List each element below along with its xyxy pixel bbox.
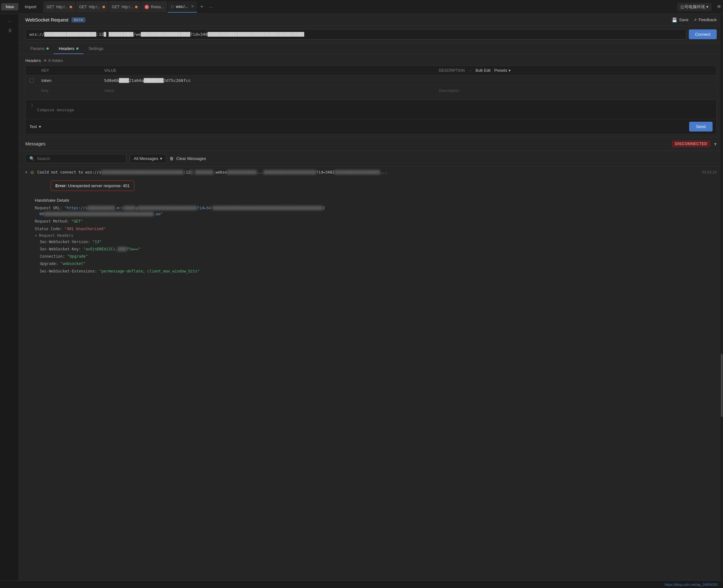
tab-url-label: http:/... xyxy=(56,5,68,9)
compose-message-input[interactable] xyxy=(37,102,716,116)
filter-button[interactable]: All Messages ▾ xyxy=(130,154,166,163)
connect-button[interactable]: Connect xyxy=(689,29,717,39)
feedback-label: Feedback xyxy=(699,17,717,22)
composer-body: 1 xyxy=(26,100,716,119)
empty-value-cell[interactable]: Value xyxy=(100,86,435,96)
tab-status-dot xyxy=(69,6,72,8)
trash-icon: 🗑 xyxy=(169,156,173,161)
url-bar: Connect xyxy=(19,26,723,43)
tab-close-button[interactable]: ✕ xyxy=(191,4,194,8)
tab-get1[interactable]: GET http:/... xyxy=(43,1,75,13)
ws-extensions-value: "permessage-deflate; client_max_window_b… xyxy=(99,269,200,273)
status-code-label: Status Code: xyxy=(35,227,62,231)
th-more-button[interactable]: ··· xyxy=(469,68,472,73)
th-description: DESCRIPTION ··· Bulk Edit Presets ▾ xyxy=(435,66,716,76)
th-description-actions: DESCRIPTION ··· Bulk Edit Presets ▾ xyxy=(439,68,712,73)
presets-chevron-icon: ▾ xyxy=(509,68,511,73)
header-desc-cell[interactable] xyxy=(435,76,716,86)
request-tabs: Params Headers Settings xyxy=(19,43,723,55)
th-key: KEY xyxy=(38,66,100,76)
tab-method-label: GET xyxy=(79,5,87,9)
warning-icon: ⊙ xyxy=(30,170,34,175)
empty-checkbox-cell xyxy=(26,86,38,96)
filter-chevron-icon: ▾ xyxy=(160,156,162,161)
vertical-scrollbar[interactable] xyxy=(721,14,723,581)
scrollbar-thumb[interactable] xyxy=(721,354,723,417)
sidebar-more-button[interactable]: ··· xyxy=(7,19,11,23)
import-button[interactable]: Import xyxy=(20,3,41,10)
more-tabs-button[interactable]: ··· xyxy=(207,4,215,9)
tab-params-label: Params xyxy=(30,46,45,51)
messages-title: Messages xyxy=(25,141,45,146)
tab-status-dot xyxy=(102,6,105,8)
send-button[interactable]: Send xyxy=(689,122,712,131)
tab-headers[interactable]: Headers xyxy=(54,43,83,54)
tab-wss[interactable]: ⬡ wss:/... ✕ xyxy=(168,1,197,13)
row-checkbox-cell[interactable] xyxy=(26,76,38,86)
search-icon: 🔍 xyxy=(29,156,35,161)
page-title-area: WebSocket Request BETA xyxy=(25,17,85,22)
messages-header-right: DISCONNECTED ▾ xyxy=(672,140,717,147)
env-dropdown[interactable]: 公司电脑环境 ▾ xyxy=(677,3,711,11)
row-checkbox[interactable] xyxy=(29,78,34,83)
search-box: 🔍 xyxy=(25,154,126,163)
hidden-count-label: 6 hidden xyxy=(48,59,63,63)
request-url-row: Request URL: "https://s████████████.m:1█… xyxy=(35,205,717,217)
messages-section: Messages DISCONNECTED ▾ 🔍 All Messages ▾… xyxy=(19,137,723,588)
headers-section-label: Headers 👁 6 hidden xyxy=(25,58,717,63)
tab-get2[interactable]: GET http:/... xyxy=(76,1,108,13)
message-time: 03:43:14 xyxy=(702,170,717,174)
messages-toolbar: 🔍 All Messages ▾ 🗑 Clear Messages xyxy=(19,151,723,167)
tab-method-label: GET xyxy=(46,5,55,9)
th-value: VALUE xyxy=(100,66,435,76)
message-group: ▾ ⊙ Could not connect to wss://s████████… xyxy=(19,167,723,278)
connection-value: "Upgrade" xyxy=(67,254,88,258)
ws-key-row: Sec-WebSocket-Key: "avOjnD8Edi2Ci.████Tt… xyxy=(40,246,717,252)
tab-settings[interactable]: Settings xyxy=(83,43,108,54)
clear-messages-button[interactable]: 🗑 Clear Messages xyxy=(169,156,206,161)
header-value-cell[interactable]: 5d8e6b████21a64a████████2d75c268fcc xyxy=(100,76,435,86)
empty-desc-cell[interactable]: Description xyxy=(435,86,716,96)
ws-extensions-label: Sec-WebSocket-Extensions: xyxy=(40,269,97,273)
tab-params[interactable]: Params xyxy=(25,43,54,54)
message-expand-icon: ▾ xyxy=(25,170,27,174)
tab-bar: New Import GET http:/... GET http:/... G… xyxy=(0,0,723,14)
headers-table: KEY VALUE DESCRIPTION ··· Bulk Edit Pres… xyxy=(25,65,717,96)
request-url-value: "https://s████████████.m:1█████g████████… xyxy=(35,206,325,216)
message-header-row[interactable]: ▾ ⊙ Could not connect to wss://s████████… xyxy=(19,167,723,178)
line-number: 1 xyxy=(26,102,37,116)
tab-get3[interactable]: GET http:/... xyxy=(109,1,141,13)
eye-icon[interactable]: 👁 xyxy=(717,4,722,10)
feedback-button[interactable]: ↗ Feedback xyxy=(694,17,717,22)
save-button[interactable]: 💾 Save xyxy=(672,17,688,22)
tab-k-icon: K xyxy=(145,5,149,9)
request-headers-toggle[interactable]: ▾ Request Headers xyxy=(35,233,717,238)
request-method-label: Request Method: xyxy=(35,219,69,224)
tab-relea[interactable]: K Relea... xyxy=(141,1,167,13)
message-type-button[interactable]: Text ▾ xyxy=(29,124,41,129)
th-checkbox xyxy=(26,66,38,76)
message-composer: 1 Text ▾ Send xyxy=(25,100,717,134)
collapse-messages-button[interactable]: ▾ xyxy=(714,141,717,147)
header-key-cell[interactable]: token xyxy=(38,76,100,86)
content-area: WebSocket Request BETA 💾 Save ↗ Feedback… xyxy=(19,14,723,588)
ws-extensions-row: Sec-WebSocket-Extensions: "permessage-de… xyxy=(40,268,717,274)
search-input[interactable] xyxy=(37,156,122,161)
empty-key-cell[interactable]: Key xyxy=(38,86,100,96)
tab-ws-icon: ⬡ xyxy=(171,4,174,9)
clear-label: Clear Messages xyxy=(176,156,206,161)
request-headers-content: Sec-WebSocket-Version: "13" Sec-WebSocke… xyxy=(35,239,717,274)
status-url: https://blog.csdn.net/qq_24054301 xyxy=(664,583,718,586)
bulk-edit-button[interactable]: Bulk Edit xyxy=(476,68,491,73)
new-tab-button[interactable]: New xyxy=(1,3,18,10)
save-label: Save xyxy=(679,17,688,22)
request-method-row: Request Method: "GET" xyxy=(35,218,717,225)
ws-version-value: "13" xyxy=(92,239,102,244)
table-row-empty: Key Value Description xyxy=(26,86,717,96)
add-tab-button[interactable]: + xyxy=(198,3,206,10)
description-label: DESCRIPTION xyxy=(439,68,464,73)
presets-button[interactable]: Presets ▾ xyxy=(494,68,511,73)
url-input[interactable] xyxy=(25,29,686,40)
eye-hidden-icon: 👁 xyxy=(43,59,47,63)
disconnected-badge: DISCONNECTED xyxy=(672,140,710,147)
